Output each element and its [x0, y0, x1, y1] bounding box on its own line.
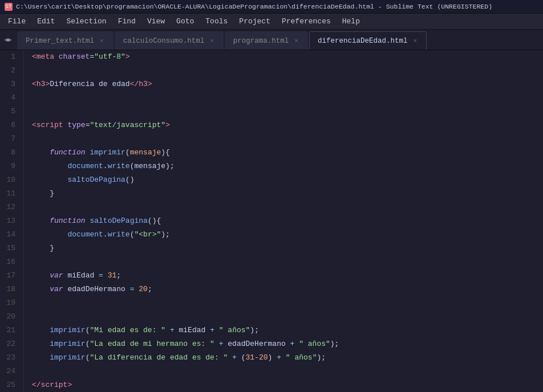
tab-label: diferenciaDeEdad.html — [318, 37, 408, 45]
code-line-1: <meta charset="utf-8"> — [32, 50, 543, 64]
tab-close-primer[interactable]: × — [99, 37, 105, 45]
tab-close-calculo[interactable]: × — [209, 37, 215, 45]
line-num-18: 18 — [0, 283, 19, 296]
code-line-15: } — [32, 242, 543, 255]
code-line-16 — [32, 255, 543, 269]
tab-programa[interactable]: programa.html × — [225, 31, 308, 50]
code-line-3: <h3>Diferencia de edad</h3> — [32, 77, 543, 91]
line-num-2: 2 — [0, 64, 19, 77]
line-num-21: 21 — [0, 324, 19, 337]
menu-project[interactable]: Project — [233, 15, 276, 28]
line-num-24: 24 — [0, 365, 19, 378]
code-line-18: var edadDeHermano = 20; — [32, 283, 543, 296]
line-num-14: 14 — [0, 228, 19, 242]
tab-primer-text[interactable]: Primer_text.html × — [17, 31, 114, 50]
code-line-8: function imprimir(mensaje){ — [32, 146, 543, 160]
tab-bar: ◀▶ Primer_text.html × calculoConsumo.htm… — [0, 30, 543, 50]
line-num-25: 25 — [0, 378, 19, 392]
code-line-13: function saltoDePagina(){ — [32, 214, 543, 228]
tab-close-diferencia[interactable]: × — [412, 37, 418, 45]
line-num-6: 6 — [0, 119, 19, 132]
tab-nav-arrows[interactable]: ◀▶ — [0, 29, 16, 50]
line-num-7: 7 — [0, 132, 19, 146]
code-line-24 — [32, 365, 543, 378]
window-title: C:\Users\carit\Desktop\programacion\ORAC… — [16, 3, 492, 10]
menu-view[interactable]: View — [141, 15, 171, 28]
line-num-12: 12 — [0, 201, 19, 214]
code-area[interactable]: <meta charset="utf-8"> <h3>Diferencia de… — [24, 50, 543, 392]
menu-help[interactable]: Help — [337, 15, 366, 28]
menu-edit[interactable]: Edit — [31, 15, 60, 28]
code-line-17: var miEdad = 31; — [32, 269, 543, 283]
line-num-3: 3 — [0, 77, 19, 91]
line-num-1: 1 — [0, 50, 19, 64]
line-num-22: 22 — [0, 337, 19, 351]
app-icon: ST — [5, 3, 13, 11]
line-num-4: 4 — [0, 91, 19, 105]
menu-find[interactable]: Find — [112, 15, 141, 28]
line-num-5: 5 — [0, 105, 19, 119]
code-line-7 — [32, 132, 543, 146]
code-line-25: </script> — [32, 378, 543, 392]
code-line-22: imprimir("La edad de mi hermano es: " + … — [32, 337, 543, 351]
tab-label: Primer_text.html — [26, 37, 94, 45]
tab-calculo-consumo[interactable]: calculoConsumo.html × — [115, 31, 224, 50]
line-numbers: 1 2 3 4 5 6 7 8 9 10 11 12 13 14 15 16 1… — [0, 50, 24, 392]
line-num-13: 13 — [0, 214, 19, 228]
menu-goto[interactable]: Goto — [171, 15, 200, 28]
tab-diferencia-edad[interactable]: diferenciaDeEdad.html × — [309, 31, 427, 50]
code-line-6: <script type="text/javascript"> — [32, 119, 543, 132]
menu-file[interactable]: File — [2, 15, 31, 28]
line-num-10: 10 — [0, 173, 19, 187]
line-num-16: 16 — [0, 255, 19, 269]
code-line-4 — [32, 91, 543, 105]
tab-label: programa.html — [233, 37, 289, 45]
code-line-10: saltoDePagina() — [32, 173, 543, 187]
code-line-9: document.write(mensaje); — [32, 160, 543, 173]
menu-selection[interactable]: Selection — [60, 15, 112, 28]
code-line-19 — [32, 296, 543, 310]
line-num-17: 17 — [0, 269, 19, 283]
code-line-21: imprimir("Mi edad es de: " + miEdad + " … — [32, 324, 543, 337]
line-num-19: 19 — [0, 296, 19, 310]
line-num-20: 20 — [0, 310, 19, 324]
code-line-23: imprimir("La diferencia de edad es de: "… — [32, 351, 543, 365]
menu-preferences[interactable]: Preferences — [276, 15, 337, 28]
line-num-8: 8 — [0, 146, 19, 160]
code-line-2 — [32, 64, 543, 77]
line-num-23: 23 — [0, 351, 19, 365]
tab-close-programa[interactable]: × — [293, 37, 299, 45]
line-num-15: 15 — [0, 242, 19, 255]
tab-label: calculoConsumo.html — [123, 37, 205, 45]
title-bar: ST C:\Users\carit\Desktop\programacion\O… — [0, 0, 543, 14]
menu-tools[interactable]: Tools — [200, 15, 233, 28]
line-num-11: 11 — [0, 187, 19, 201]
code-line-5 — [32, 105, 543, 119]
line-num-9: 9 — [0, 160, 19, 173]
code-line-12 — [32, 201, 543, 214]
editor: 1 2 3 4 5 6 7 8 9 10 11 12 13 14 15 16 1… — [0, 50, 543, 392]
code-line-20 — [32, 310, 543, 324]
code-line-11: } — [32, 187, 543, 201]
code-line-14: document.write("<br>"); — [32, 228, 543, 242]
menu-bar: File Edit Selection Find View Goto Tools… — [0, 14, 543, 30]
